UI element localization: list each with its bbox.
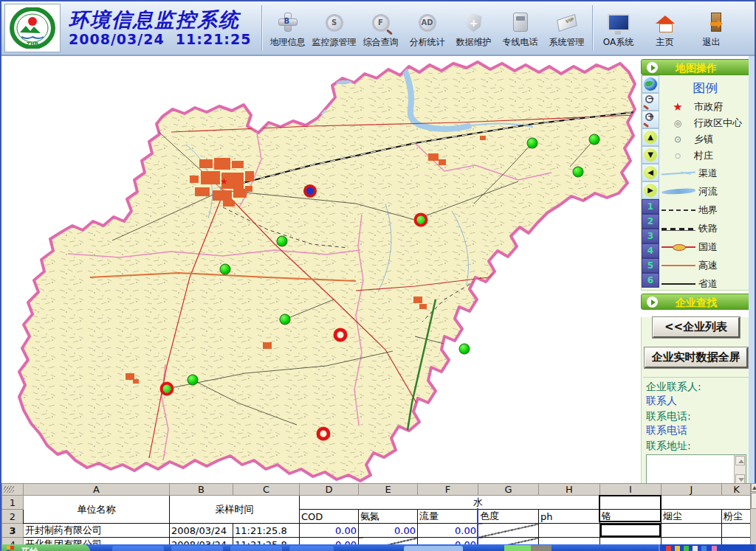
subheader-chroma[interactable]: 色度 xyxy=(478,510,539,524)
system-tray[interactable] xyxy=(659,544,755,551)
col-header-K[interactable]: K xyxy=(722,484,752,496)
green-enterprise-marker[interactable] xyxy=(527,138,538,149)
cell-smoke[interactable] xyxy=(662,524,722,538)
scroll-up-icon[interactable] xyxy=(735,456,745,465)
select-all-corner[interactable] xyxy=(2,484,24,496)
cell-smoke[interactable] xyxy=(662,538,722,545)
zoom-level-2-button[interactable]: 2 xyxy=(642,214,659,229)
col-header-F[interactable]: F xyxy=(418,484,478,496)
green-ring-enterprise-marker[interactable] xyxy=(160,382,174,396)
pan-down-button[interactable]: ▼ xyxy=(642,146,659,164)
map-canvas[interactable]: ★ xyxy=(1,56,641,483)
green-enterprise-marker[interactable] xyxy=(277,236,288,247)
selected-cell-chromium[interactable] xyxy=(600,524,662,538)
cell-time[interactable]: 11:21:25.8 xyxy=(233,524,300,538)
taskbar-window-button[interactable] xyxy=(289,546,334,551)
cell-chromium[interactable] xyxy=(600,538,662,545)
green-ring-enterprise-marker[interactable] xyxy=(414,213,428,227)
header-unit-name[interactable]: 单位名称 xyxy=(24,496,170,524)
taskbar-window-button[interactable] xyxy=(404,546,463,551)
cell-ammonia-na[interactable] xyxy=(359,538,418,545)
cell-date[interactable]: 2008/03/24 xyxy=(170,524,233,538)
red-ring-enterprise-marker[interactable] xyxy=(317,427,331,441)
subheader-ph[interactable]: ph xyxy=(539,510,600,524)
enterprise-search-header[interactable]: 企业查找 xyxy=(641,294,752,310)
red-ring-enterprise-marker[interactable] xyxy=(334,328,348,342)
green-enterprise-marker[interactable] xyxy=(573,167,584,178)
col-header-E[interactable]: E xyxy=(359,484,418,496)
tray-icon[interactable] xyxy=(701,546,707,551)
table-scrollbar[interactable] xyxy=(750,483,756,544)
cell-flow[interactable]: 0.00 xyxy=(418,524,478,538)
col-header-D[interactable]: D xyxy=(300,484,359,496)
zoom-in-button[interactable]: + xyxy=(642,111,659,128)
col-header-J[interactable]: J xyxy=(662,484,722,496)
scrollbar-thumb[interactable] xyxy=(751,493,756,509)
nav-oa-system[interactable]: OA系统 xyxy=(595,8,642,49)
cell-cod[interactable]: 0.00 xyxy=(300,524,359,538)
subheader-dust[interactable]: 粉尘 xyxy=(722,510,752,524)
zoom-level-1-button[interactable]: 1 xyxy=(642,199,659,214)
map-operations-header[interactable]: 地图操作 xyxy=(641,59,752,75)
tray-icon[interactable] xyxy=(684,546,689,551)
blue-ring-enterprise-marker[interactable] xyxy=(303,184,317,198)
row-header-3[interactable]: 3 xyxy=(2,524,24,538)
tray-icon[interactable] xyxy=(693,546,698,551)
cell-dust[interactable] xyxy=(722,524,752,538)
cell-dust[interactable] xyxy=(722,538,752,545)
pan-right-button[interactable]: ▶ xyxy=(642,181,659,199)
green-enterprise-marker[interactable] xyxy=(280,314,291,325)
nav-query[interactable]: F 综合查询 xyxy=(357,8,404,49)
address-scrollbar[interactable] xyxy=(734,455,746,485)
cell-date[interactable]: 2008/03/24 xyxy=(170,538,233,545)
green-enterprise-marker[interactable] xyxy=(220,264,231,275)
scroll-up-icon[interactable] xyxy=(751,483,756,492)
cell-ph[interactable] xyxy=(539,538,600,545)
col-header-H[interactable]: H xyxy=(539,484,600,496)
row-header-4[interactable]: 4 xyxy=(2,538,24,545)
subheader-chromium[interactable]: 铬 xyxy=(600,510,662,524)
nav-exit[interactable]: 退出 xyxy=(688,7,735,49)
col-header-I[interactable]: I xyxy=(600,484,662,496)
header-sample-time[interactable]: 采样时间 xyxy=(170,496,300,524)
contact-address-field[interactable] xyxy=(646,454,746,485)
zoom-level-5-button[interactable]: 5 xyxy=(642,258,659,273)
taskbar-item[interactable] xyxy=(504,545,531,551)
nav-data-maintain[interactable]: + 数据维护 xyxy=(450,8,497,49)
col-header-B[interactable]: B xyxy=(170,484,233,496)
cell-time[interactable]: 11:21:25.8 xyxy=(233,538,300,545)
col-header-C[interactable]: C xyxy=(233,484,300,496)
full-extent-button[interactable] xyxy=(642,75,659,93)
taskbar-item[interactable] xyxy=(531,545,551,551)
green-enterprise-marker[interactable] xyxy=(589,134,600,145)
enterprise-realtime-fullscreen-button[interactable]: 企业实时数据全屏 xyxy=(645,347,748,368)
taskbar-window-button[interactable] xyxy=(112,546,164,551)
nav-analysis[interactable]: AD 分析统计 xyxy=(404,8,450,49)
header-group-water[interactable]: 水 xyxy=(300,496,752,510)
zoom-level-6-button[interactable]: 6 xyxy=(642,273,659,288)
start-button[interactable]: 开始 xyxy=(1,544,90,551)
tray-icon[interactable] xyxy=(712,546,717,551)
nav-home[interactable]: 主页 xyxy=(642,8,688,49)
cell-chroma-na[interactable] xyxy=(478,524,539,538)
nav-geo-info[interactable]: B 地理信息 xyxy=(264,7,311,49)
nav-monitor-source[interactable]: S 监控源管理 xyxy=(311,8,357,49)
zoom-out-button[interactable]: − xyxy=(642,93,659,111)
subheader-cod[interactable]: COD xyxy=(300,510,359,524)
cell-ammonia[interactable]: 0.00 xyxy=(359,524,418,538)
pan-left-button[interactable]: ◀ xyxy=(642,164,659,181)
zoom-level-4-button[interactable]: 4 xyxy=(642,243,659,258)
tray-icon[interactable] xyxy=(666,546,671,551)
nav-system-admin[interactable]: VIP 系统管理 xyxy=(543,8,590,49)
cell-unit-name[interactable]: 开封制药有限公司 xyxy=(24,524,170,538)
cell-flow[interactable]: 0.00 xyxy=(418,538,478,545)
green-enterprise-marker[interactable] xyxy=(459,344,470,355)
row-header-2[interactable]: 2 xyxy=(2,510,24,524)
cell-chroma-na[interactable] xyxy=(478,538,539,545)
taskbar-window-button[interactable] xyxy=(230,546,282,551)
subheader-ammonia[interactable]: 氨氮 xyxy=(359,510,418,524)
row-header-1[interactable]: 1 xyxy=(2,496,24,510)
taskbar-window-button[interactable] xyxy=(171,546,223,551)
cell-unit-name[interactable]: 开化集团有限公司 xyxy=(24,538,170,545)
enterprise-list-button[interactable]: <<企业列表 xyxy=(653,317,740,338)
